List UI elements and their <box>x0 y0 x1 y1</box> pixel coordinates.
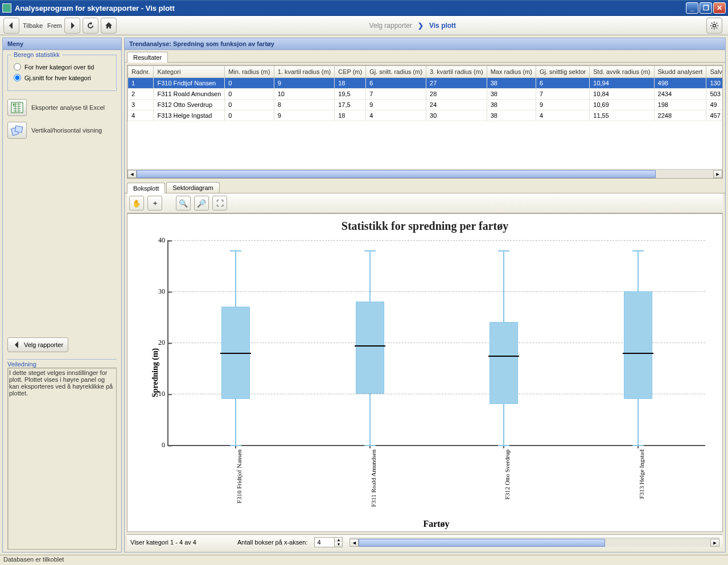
results-table[interactable]: Radnr.KategoriMin. radius (m)1. kvartil … <box>127 65 722 121</box>
refresh-button[interactable] <box>83 18 98 34</box>
column-header[interactable]: Min. radius (m) <box>225 66 274 78</box>
column-header[interactable]: Std. avvik radius (m) <box>590 66 654 78</box>
column-header[interactable]: Radnr. <box>128 66 154 78</box>
results-tabstrip: Resultater <box>125 50 725 63</box>
spinner-up-button[interactable]: ▲ <box>334 538 342 542</box>
y-tick-label: 20 <box>158 339 168 347</box>
excel-icon: X <box>7 99 27 116</box>
table-row[interactable]: 4F313 Helge Ingstad091843038411,55224845… <box>128 110 723 121</box>
table-cell: 10,94 <box>590 78 654 89</box>
stat-fieldset: Beregn statistikk For hver kategori over… <box>7 55 117 91</box>
content-header: Trendanalyse: Spredning som funksjon av … <box>125 38 725 50</box>
spinner-label: Antall bokser på x-aksen: <box>237 539 308 546</box>
x-boxes-input[interactable] <box>315 538 334 547</box>
table-cell: 9 <box>274 78 335 89</box>
tab-sector[interactable]: Sektordiagram <box>166 182 220 193</box>
column-header[interactable]: Salve analy <box>706 66 722 78</box>
home-icon <box>104 21 113 30</box>
zoom-out-button[interactable]: 🔎 <box>194 196 209 211</box>
table-cell: F311 Roald Amundsen <box>154 89 225 100</box>
column-header[interactable]: 1. kvartil radius (m) <box>274 66 335 78</box>
svg-point-0 <box>713 24 716 27</box>
radio-input-2[interactable] <box>14 74 21 81</box>
table-cell: 19,5 <box>335 89 366 100</box>
table-cell: 4 <box>366 110 426 121</box>
table-cell: 17,5 <box>335 100 366 110</box>
column-header[interactable]: Skudd analysert <box>654 66 706 78</box>
plot-horizontal-scrollbar[interactable]: ◄ ► <box>349 538 719 547</box>
category-range-status: Viser kategori 1 - 4 av 4 <box>130 539 196 546</box>
arrow-left-icon <box>7 21 16 30</box>
column-header[interactable]: 3. kvartil radius (m) <box>426 66 487 78</box>
table-cell: F312 Otto Sverdrup <box>154 100 225 110</box>
table-cell: F313 Helge Ingstad <box>154 110 225 121</box>
nav-back-button[interactable] <box>3 18 19 34</box>
tab-boxplot[interactable]: Boksplott <box>127 183 165 193</box>
plot-area: 010203040F310 Fridtjof NansenF311 Roald … <box>167 240 705 446</box>
column-header[interactable]: Gj. snitt. radius (m) <box>366 66 426 78</box>
boxplot-chart[interactable]: Statistikk for spredning per fartøy Spre… <box>127 213 723 532</box>
tab-results[interactable]: Resultater <box>127 52 168 63</box>
table-cell: 0 <box>225 78 274 89</box>
plot-scroll-left-button[interactable]: ◄ <box>349 539 359 547</box>
radio-avg-per-category[interactable]: Gj.snitt for hver kategori <box>14 74 110 81</box>
table-row[interactable]: 1F310 Fridtjof Nansen091862738610,944981… <box>128 78 723 89</box>
plot-toolbar: ✋ ＋ 🔍 🔎 ⛶ <box>127 193 723 213</box>
table-cell: 28 <box>426 89 487 100</box>
svg-text:X: X <box>13 103 15 106</box>
table-cell: 9 <box>274 110 335 121</box>
export-excel-button[interactable]: X Eksporter analyse til Excel <box>7 99 117 116</box>
table-cell: 10 <box>274 89 335 100</box>
table-cell: 18 <box>335 78 366 89</box>
stat-legend: Beregn statistikk <box>11 51 62 58</box>
breadcrumb-prev[interactable]: Velg rapporter <box>369 22 412 30</box>
table-horizontal-scrollbar[interactable]: ◄ ► <box>127 169 722 178</box>
radio-input-1[interactable] <box>14 63 21 71</box>
table-cell: 4 <box>536 110 589 121</box>
y-tick-label: 10 <box>158 390 168 398</box>
x-boxes-spinner[interactable]: ▲▼ <box>314 537 343 547</box>
window-close-button[interactable]: ✕ <box>713 2 726 14</box>
scroll-right-button[interactable]: ► <box>713 170 722 178</box>
plot-scroll-thumb[interactable] <box>359 539 604 547</box>
select-reports-label: Velg rapporter <box>24 341 63 348</box>
pan-tool-button[interactable]: ✋ <box>129 196 144 211</box>
scroll-left-button[interactable]: ◄ <box>127 170 137 178</box>
table-row[interactable]: 3F312 Otto Sverdrup0817,592438910,691984… <box>128 100 723 110</box>
toggle-orientation-button[interactable]: Vertikal/horisontal visning <box>7 122 117 139</box>
plot-scroll-right-button[interactable]: ► <box>710 539 719 547</box>
table-cell: 18 <box>335 110 366 121</box>
chart-title: Statistikk for spredning per fartøy <box>127 214 722 236</box>
zoom-in-button[interactable]: 🔍 <box>176 196 191 211</box>
nav-back-label: Tilbake <box>23 22 43 29</box>
table-cell: 130 <box>706 78 722 89</box>
x-axis-label: Fartøy <box>167 517 705 529</box>
table-cell: 27 <box>426 78 487 89</box>
table-cell: 4 <box>128 110 154 121</box>
table-row[interactable]: 2F311 Roald Amundsen01019,572838710,8424… <box>128 89 723 100</box>
spinner-down-button[interactable]: ▼ <box>334 542 342 547</box>
select-reports-button[interactable]: Velg rapporter <box>7 337 68 352</box>
table-cell: 30 <box>426 110 487 121</box>
scroll-thumb[interactable] <box>137 170 656 178</box>
table-cell: 0 <box>225 89 274 100</box>
column-header[interactable]: Max radius (m) <box>487 66 536 78</box>
window-minimize-button[interactable]: _ <box>686 2 698 14</box>
status-text: Databasen er tilkoblet <box>3 556 64 563</box>
y-tick-label: 0 <box>162 441 168 449</box>
breadcrumb-current[interactable]: Vis plott <box>429 22 456 30</box>
settings-button[interactable] <box>706 18 722 34</box>
nav-forward-button[interactable] <box>64 18 80 34</box>
crosshair-tool-button[interactable]: ＋ <box>147 196 162 211</box>
column-header[interactable]: Gj. snittlig sektor <box>536 66 589 78</box>
home-button[interactable] <box>101 18 117 34</box>
column-header[interactable]: Kategori <box>154 66 225 78</box>
window-maximize-button[interactable]: ❐ <box>700 2 712 14</box>
zoom-fit-button[interactable]: ⛶ <box>212 196 227 211</box>
y-tick-label: 30 <box>158 287 168 296</box>
y-tick-label: 40 <box>158 236 168 245</box>
column-header[interactable]: CEP (m) <box>335 66 366 78</box>
radio-per-category-over-time[interactable]: For hver kategori over tid <box>14 63 110 71</box>
export-excel-label: Eksporter analyse til Excel <box>31 104 105 111</box>
toggle-orientation-label: Vertikal/horisontal visning <box>31 127 102 134</box>
